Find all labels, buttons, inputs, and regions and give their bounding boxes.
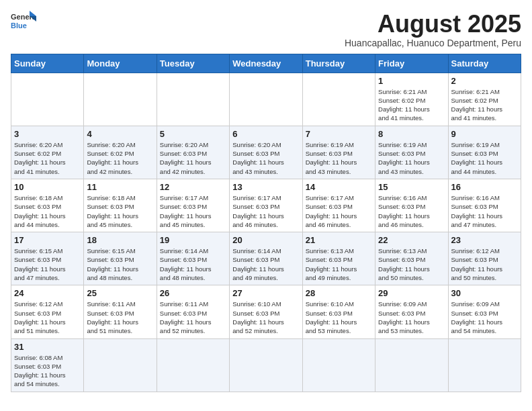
day-number: 21: [306, 235, 372, 245]
day-info: Sunrise: 6:14 AMSunset: 6:03 PMDaylight:…: [160, 246, 226, 282]
col-header-wednesday: Wednesday: [230, 54, 302, 73]
day-info: Sunrise: 6:20 AMSunset: 6:02 PMDaylight:…: [14, 140, 81, 176]
day-info: Sunrise: 6:19 AMSunset: 6:03 PMDaylight:…: [306, 140, 372, 176]
col-header-friday: Friday: [375, 54, 448, 73]
day-number: 19: [160, 235, 226, 245]
day-info: Sunrise: 6:17 AMSunset: 6:03 PMDaylight:…: [232, 193, 299, 229]
col-header-sunday: Sunday: [11, 54, 84, 73]
day-number: 4: [87, 129, 153, 139]
calendar-day-cell: 2Sunrise: 6:21 AMSunset: 6:02 PMDaylight…: [448, 73, 521, 126]
day-number: 7: [306, 129, 372, 139]
calendar-day-cell: 23Sunrise: 6:12 AMSunset: 6:03 PMDayligh…: [448, 232, 521, 285]
day-number: 20: [232, 235, 299, 245]
day-info: Sunrise: 6:15 AMSunset: 6:03 PMDaylight:…: [14, 246, 81, 282]
calendar-day-cell: 24Sunrise: 6:12 AMSunset: 6:03 PMDayligh…: [11, 285, 84, 338]
day-number: 29: [378, 288, 445, 298]
calendar-day-cell: 30Sunrise: 6:09 AMSunset: 6:03 PMDayligh…: [448, 285, 521, 338]
calendar-header-row: SundayMondayTuesdayWednesdayThursdayFrid…: [11, 54, 521, 73]
day-info: Sunrise: 6:13 AMSunset: 6:03 PMDaylight:…: [378, 246, 445, 282]
day-number: 23: [451, 235, 518, 245]
calendar-day-cell: 16Sunrise: 6:16 AMSunset: 6:03 PMDayligh…: [448, 179, 521, 232]
day-info: Sunrise: 6:21 AMSunset: 6:02 PMDaylight:…: [451, 87, 518, 123]
day-info: Sunrise: 6:19 AMSunset: 6:03 PMDaylight:…: [378, 140, 445, 176]
day-info: Sunrise: 6:10 AMSunset: 6:03 PMDaylight:…: [232, 300, 299, 335]
calendar-week-row: 3Sunrise: 6:20 AMSunset: 6:02 PMDaylight…: [11, 126, 521, 179]
day-number: 27: [232, 288, 299, 298]
day-number: 13: [232, 182, 299, 192]
calendar-day-cell: 31Sunrise: 6:08 AMSunset: 6:03 PMDayligh…: [11, 338, 84, 392]
calendar-day-cell: 25Sunrise: 6:11 AMSunset: 6:03 PMDayligh…: [84, 285, 157, 338]
title-area: August 2025 Huancapallac, Huanuco Depart…: [345, 11, 521, 48]
day-info: Sunrise: 6:18 AMSunset: 6:03 PMDaylight:…: [14, 193, 81, 229]
day-number: 16: [451, 182, 518, 192]
day-info: Sunrise: 6:20 AMSunset: 6:03 PMDaylight:…: [232, 140, 299, 176]
calendar-day-cell: 6Sunrise: 6:20 AMSunset: 6:03 PMDaylight…: [230, 126, 302, 179]
calendar-day-cell: [84, 338, 157, 392]
day-number: 22: [378, 235, 445, 245]
generalblue-logo-icon: General Blue: [11, 11, 36, 32]
calendar-week-row: 31Sunrise: 6:08 AMSunset: 6:03 PMDayligh…: [11, 338, 521, 392]
day-info: Sunrise: 6:11 AMSunset: 6:03 PMDaylight:…: [87, 300, 153, 335]
day-number: 31: [14, 342, 81, 352]
day-info: Sunrise: 6:17 AMSunset: 6:03 PMDaylight:…: [306, 193, 372, 229]
calendar-day-cell: 10Sunrise: 6:18 AMSunset: 6:03 PMDayligh…: [11, 179, 84, 232]
day-info: Sunrise: 6:10 AMSunset: 6:03 PMDaylight:…: [306, 300, 372, 335]
calendar-day-cell: 3Sunrise: 6:20 AMSunset: 6:02 PMDaylight…: [11, 126, 84, 179]
day-number: 25: [87, 288, 153, 298]
calendar-week-row: 1Sunrise: 6:21 AMSunset: 6:02 PMDaylight…: [11, 73, 521, 126]
calendar-day-cell: 12Sunrise: 6:17 AMSunset: 6:03 PMDayligh…: [157, 179, 229, 232]
calendar-day-cell: [375, 338, 448, 392]
day-number: 5: [160, 129, 226, 139]
calendar-week-row: 17Sunrise: 6:15 AMSunset: 6:03 PMDayligh…: [11, 232, 521, 285]
calendar-day-cell: 26Sunrise: 6:11 AMSunset: 6:03 PMDayligh…: [157, 285, 229, 338]
col-header-monday: Monday: [84, 54, 157, 73]
calendar-day-cell: 11Sunrise: 6:18 AMSunset: 6:03 PMDayligh…: [84, 179, 157, 232]
day-info: Sunrise: 6:18 AMSunset: 6:03 PMDaylight:…: [87, 193, 153, 229]
calendar-day-cell: [157, 338, 229, 392]
calendar-title: August 2025: [345, 11, 521, 38]
calendar-day-cell: 22Sunrise: 6:13 AMSunset: 6:03 PMDayligh…: [375, 232, 448, 285]
calendar-day-cell: 17Sunrise: 6:15 AMSunset: 6:03 PMDayligh…: [11, 232, 84, 285]
calendar-day-cell: 5Sunrise: 6:20 AMSunset: 6:03 PMDaylight…: [157, 126, 229, 179]
day-number: 26: [160, 288, 226, 298]
day-info: Sunrise: 6:08 AMSunset: 6:03 PMDaylight:…: [14, 353, 81, 389]
calendar-day-cell: 8Sunrise: 6:19 AMSunset: 6:03 PMDaylight…: [375, 126, 448, 179]
calendar-day-cell: [230, 73, 302, 126]
day-number: 10: [14, 182, 81, 192]
calendar-day-cell: 13Sunrise: 6:17 AMSunset: 6:03 PMDayligh…: [230, 179, 302, 232]
day-info: Sunrise: 6:09 AMSunset: 6:03 PMDaylight:…: [378, 300, 445, 335]
calendar-day-cell: 21Sunrise: 6:13 AMSunset: 6:03 PMDayligh…: [302, 232, 375, 285]
day-info: Sunrise: 6:11 AMSunset: 6:03 PMDaylight:…: [160, 300, 226, 335]
calendar-day-cell: 1Sunrise: 6:21 AMSunset: 6:02 PMDaylight…: [375, 73, 448, 126]
day-info: Sunrise: 6:19 AMSunset: 6:03 PMDaylight:…: [451, 140, 518, 176]
calendar-day-cell: 14Sunrise: 6:17 AMSunset: 6:03 PMDayligh…: [302, 179, 375, 232]
day-number: 12: [160, 182, 226, 192]
day-info: Sunrise: 6:16 AMSunset: 6:03 PMDaylight:…: [451, 193, 518, 229]
calendar-week-row: 24Sunrise: 6:12 AMSunset: 6:03 PMDayligh…: [11, 285, 521, 338]
calendar-day-cell: 20Sunrise: 6:14 AMSunset: 6:03 PMDayligh…: [230, 232, 302, 285]
calendar-subtitle: Huancapallac, Huanuco Department, Peru: [345, 38, 521, 48]
calendar-day-cell: [302, 338, 375, 392]
day-info: Sunrise: 6:14 AMSunset: 6:03 PMDaylight:…: [232, 246, 299, 282]
day-number: 17: [14, 235, 81, 245]
calendar-day-cell: 29Sunrise: 6:09 AMSunset: 6:03 PMDayligh…: [375, 285, 448, 338]
calendar-day-cell: [448, 338, 521, 392]
day-info: Sunrise: 6:12 AMSunset: 6:03 PMDaylight:…: [14, 300, 81, 335]
calendar-day-cell: [157, 73, 229, 126]
calendar-day-cell: [302, 73, 375, 126]
col-header-tuesday: Tuesday: [157, 54, 229, 73]
day-info: Sunrise: 6:15 AMSunset: 6:03 PMDaylight:…: [87, 246, 153, 282]
day-number: 6: [232, 129, 299, 139]
day-number: 11: [87, 182, 153, 192]
calendar-table: SundayMondayTuesdayWednesdayThursdayFrid…: [11, 54, 521, 392]
day-info: Sunrise: 6:12 AMSunset: 6:03 PMDaylight:…: [451, 246, 518, 282]
day-info: Sunrise: 6:20 AMSunset: 6:02 PMDaylight:…: [87, 140, 153, 176]
logo: General Blue: [11, 11, 36, 32]
day-info: Sunrise: 6:16 AMSunset: 6:03 PMDaylight:…: [378, 193, 445, 229]
day-number: 2: [451, 76, 518, 86]
col-header-thursday: Thursday: [302, 54, 375, 73]
col-header-saturday: Saturday: [448, 54, 521, 73]
day-number: 24: [14, 288, 81, 298]
calendar-day-cell: 28Sunrise: 6:10 AMSunset: 6:03 PMDayligh…: [302, 285, 375, 338]
calendar-day-cell: 19Sunrise: 6:14 AMSunset: 6:03 PMDayligh…: [157, 232, 229, 285]
